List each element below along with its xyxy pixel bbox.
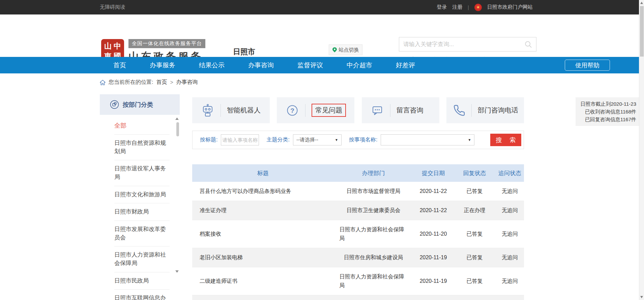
table-cell: 正在办理 bbox=[453, 201, 496, 220]
sidebar-item[interactable]: 日照市民政局 bbox=[114, 272, 170, 290]
table-cell: 日照市住房和城乡建设局 bbox=[334, 248, 413, 267]
table-cell: 已答复 bbox=[453, 225, 496, 243]
table-cell: 日照市卫生健康委员会 bbox=[334, 201, 413, 220]
page-scrollbar-thumb[interactable] bbox=[640, 6, 644, 57]
title-filter-label: 按标题: bbox=[200, 136, 217, 143]
stats-line-2: 已收到咨询信息1168件 bbox=[579, 108, 636, 115]
topbar-divider: | bbox=[468, 5, 469, 10]
sidebar-scrollbar-thumb[interactable] bbox=[176, 122, 179, 136]
sidebar-item[interactable]: 日照市互联网信息办 bbox=[114, 290, 170, 300]
nav-item[interactable]: 好差评 bbox=[396, 61, 415, 70]
col-title: 标题 bbox=[192, 169, 334, 177]
department-sidebar: 按部门分类 全部日照市自然资源和规划局日照市退役军人事务局日照市文化和旅游局日照… bbox=[100, 94, 180, 300]
scroll-up-icon[interactable] bbox=[640, 2, 643, 4]
table-row: 老旧小区加装电梯日照市住房和城乡建设局2020-11-19已答复无追问 bbox=[192, 248, 524, 267]
col-date: 提交日期 bbox=[413, 169, 453, 177]
row-title-link[interactable]: 老旧小区加装电梯 bbox=[192, 248, 334, 267]
nav-item[interactable]: 首页 bbox=[113, 61, 126, 70]
help-button[interactable]: 使用帮助 bbox=[565, 60, 610, 71]
category-icon bbox=[110, 100, 119, 109]
sidebar-scroll-down-icon[interactable] bbox=[175, 270, 179, 273]
sidebar-item[interactable]: 日照市人力资源和社会保障局 bbox=[114, 246, 170, 272]
topic-select[interactable]: --请选择-- ▼ bbox=[293, 134, 342, 145]
page-scrollbar[interactable] bbox=[639, 0, 644, 300]
message-icon bbox=[371, 104, 384, 117]
sidebar-title: 按部门分类 bbox=[123, 101, 153, 109]
tab-smart-robot[interactable]: 智能机器人 bbox=[192, 97, 270, 123]
nav-item[interactable]: 中介超市 bbox=[347, 61, 372, 70]
city-name: 日照市 bbox=[233, 47, 255, 57]
accessibility-link[interactable]: 无障碍阅读 bbox=[100, 4, 125, 10]
search-icon[interactable] bbox=[525, 41, 532, 48]
stats-line-3: 已回复咨询信息1167件 bbox=[579, 115, 636, 123]
title-filter-input[interactable] bbox=[221, 134, 259, 145]
sidebar-item[interactable]: 日照市自然资源和规划局 bbox=[114, 135, 170, 160]
nav-item[interactable]: 结果公示 bbox=[199, 61, 225, 70]
sidebar-item[interactable]: 全部 bbox=[114, 117, 170, 135]
table-row: 准生证办理日照市卫生健康委员会2020-11-22正在办理无追问 bbox=[192, 201, 524, 220]
topic-filter-label: 主题分类: bbox=[266, 136, 289, 143]
consult-tabs: 智能机器人 ? 常见问题 留言咨询 bbox=[192, 97, 524, 123]
sidebar-item[interactable]: 日照市退役军人事务局 bbox=[114, 160, 170, 186]
breadcrumb: 您当前所在的位置: 首页 > 办事咨询 bbox=[100, 79, 198, 86]
row-title-link[interactable]: 二级建造师证书 bbox=[192, 272, 334, 291]
robot-icon bbox=[201, 104, 214, 117]
item-select[interactable]: ▼ bbox=[381, 134, 474, 145]
table-row: 档案接收日照市人力资源和社会保障局2020-11-20已答复无追问 bbox=[192, 220, 524, 248]
table-body: 莒县什么地方可以办理商品条形码业务日照市市场监督管理局2020-11-22已答复… bbox=[192, 182, 524, 295]
row-title-link[interactable]: 准生证办理 bbox=[192, 201, 334, 220]
sidebar-item[interactable]: 日照市财政局 bbox=[114, 203, 170, 221]
phone-icon bbox=[453, 104, 465, 116]
search-button[interactable]: 搜 索 bbox=[490, 134, 521, 146]
breadcrumb-prefix: 您当前所在的位置: bbox=[109, 79, 153, 86]
breadcrumb-home[interactable]: 首页 bbox=[156, 79, 167, 86]
table-cell: 日照市市场监督管理局 bbox=[334, 182, 413, 201]
tab-divider bbox=[221, 104, 221, 117]
tab-department-phone[interactable]: 部门咨询电话 bbox=[446, 97, 524, 123]
portal-link[interactable]: 日照市政府门户网站 bbox=[487, 4, 533, 10]
col-department: 办理部门 bbox=[334, 169, 413, 177]
table-header: 标题 办理部门 提交日期 回复状态 追问状态 bbox=[192, 164, 524, 182]
table-cell: 无追问 bbox=[496, 272, 524, 291]
chevron-down-icon: ▼ bbox=[335, 138, 338, 142]
register-link[interactable]: 注册 bbox=[452, 4, 462, 10]
national-emblem-icon: ★ bbox=[474, 4, 482, 11]
sidebar-item[interactable]: 日照市文化和旅游局 bbox=[114, 186, 170, 204]
table-cell: 无追问 bbox=[496, 225, 524, 243]
platform-badge: 全国一体化在线政务服务平台 bbox=[128, 39, 205, 48]
row-title-link[interactable]: 档案接收 bbox=[192, 225, 334, 243]
table-cell: 已答复 bbox=[453, 248, 496, 267]
site-switch-button[interactable]: 站点切换 bbox=[329, 44, 362, 55]
keyword-search-input[interactable] bbox=[403, 41, 525, 48]
col-reply-status: 回复状态 bbox=[453, 169, 496, 177]
sidebar-body: 全部日照市自然资源和规划局日照市退役军人事务局日照市文化和旅游局日照市财政局日照… bbox=[100, 115, 180, 300]
tab-divider bbox=[471, 104, 472, 117]
tab-faq-label-highlighted: 常见问题 bbox=[312, 104, 346, 117]
tab-message-consult[interactable]: 留言咨询 bbox=[362, 97, 439, 123]
tab-divider bbox=[305, 104, 305, 117]
row-title-link[interactable]: 莒县什么地方可以办理商品条形码业务 bbox=[192, 182, 334, 201]
scroll-down-icon[interactable] bbox=[640, 296, 643, 298]
table-row-partial bbox=[192, 295, 524, 300]
nav-item[interactable]: 监督评议 bbox=[297, 61, 323, 70]
table-cell: 2020-11-22 bbox=[413, 201, 453, 220]
item-filter-label: 按事项名称: bbox=[349, 136, 377, 143]
svg-text:?: ? bbox=[291, 107, 295, 114]
nav-item[interactable]: 办事服务 bbox=[150, 61, 175, 70]
chevron-down-icon: ▼ bbox=[468, 138, 471, 142]
tab-faq[interactable]: ? 常见问题 bbox=[277, 97, 354, 123]
nav-item[interactable]: 办事咨询 bbox=[248, 61, 274, 70]
login-link[interactable]: 登录 bbox=[437, 4, 447, 10]
top-bar: 无障碍阅读 登录 注册 | ★ 日照市政府门户网站 bbox=[0, 0, 644, 14]
sidebar-item[interactable]: 日照市发展和改革委员会 bbox=[114, 221, 170, 246]
table-cell: 无追问 bbox=[496, 248, 524, 267]
location-pin-icon bbox=[332, 47, 337, 53]
header: 山 中 東 國 全国一体化在线政务服务平台 山东政务服务 日照市 站点切换 全部… bbox=[0, 14, 644, 57]
filter-bar: 按标题: 主题分类: --请选择-- ▼ 按事项名称: ▼ 搜 索 bbox=[192, 131, 524, 149]
consultation-table: 标题 办理部门 提交日期 回复状态 追问状态 莒县什么地方可以办理商品条形码业务… bbox=[192, 164, 524, 300]
nav-items: 首页办事服务结果公示办事咨询监督评议中介超市好差评 bbox=[0, 57, 644, 73]
table-cell: 日照市人力资源和社会保障局 bbox=[334, 267, 413, 295]
sidebar-scroll-up-icon[interactable] bbox=[175, 118, 179, 120]
col-followup-status: 追问状态 bbox=[496, 169, 524, 177]
table-cell: 已答复 bbox=[453, 272, 496, 291]
